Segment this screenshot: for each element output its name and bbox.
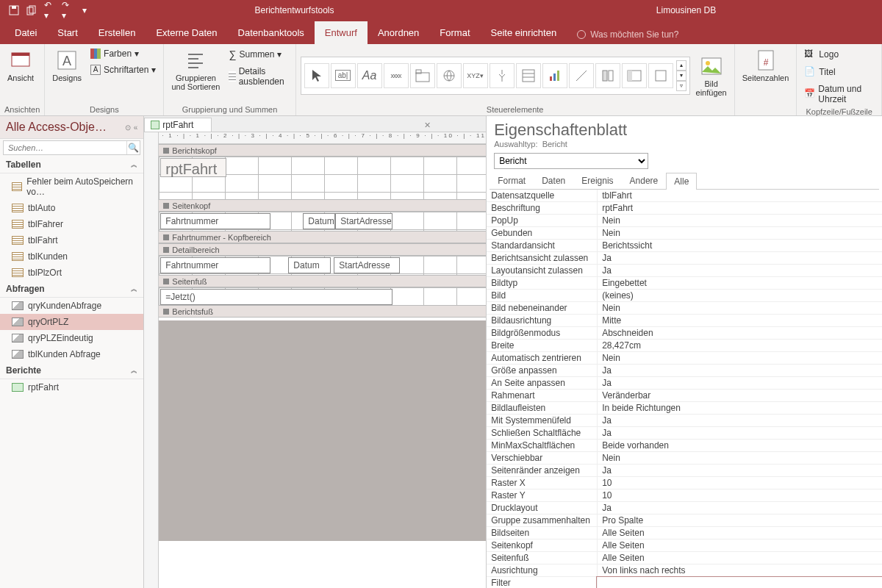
nav-item[interactable]: tblKunden: [0, 248, 143, 265]
property-row[interactable]: Berichtsansicht zulassenJa: [487, 252, 882, 265]
property-value[interactable]: Ja: [597, 465, 882, 476]
property-row[interactable]: Schließen SchaltflächeJa: [487, 427, 882, 440]
property-tab-ereignis[interactable]: Ereignis: [573, 172, 621, 189]
property-row[interactable]: Filter: [487, 577, 882, 588]
ribbon-tab-seite einrichten[interactable]: Seite einrichten: [481, 21, 567, 44]
property-value[interactable]: Ja: [597, 415, 882, 426]
select-tool[interactable]: [304, 63, 329, 88]
property-row[interactable]: BildlaufleistenIn beide Richtungen: [487, 402, 882, 415]
property-row[interactable]: An Seite anpassenJa: [487, 377, 882, 390]
listbox-tool[interactable]: [516, 63, 541, 88]
property-value[interactable]: Nein: [597, 227, 882, 239]
property-value[interactable]: Alle Seiten: [597, 539, 882, 551]
nav-category[interactable]: Abfragen︽: [0, 281, 143, 298]
property-row[interactable]: Layoutansicht zulassenJa: [487, 265, 882, 277]
report-header-body[interactable]: rptFahrt: [159, 157, 486, 199]
property-row[interactable]: RahmenartVeränderbar: [487, 390, 882, 402]
detail-body[interactable]: Fahrtnummer Datum StartAdresse: [159, 256, 486, 275]
toggle-tool[interactable]: [595, 63, 620, 88]
dropdown-icon[interactable]: ⊙: [125, 123, 131, 132]
property-value[interactable]: Eingebettet: [597, 277, 882, 289]
line-tool[interactable]: [569, 63, 594, 88]
section-detail[interactable]: Detailbereich: [159, 243, 486, 256]
property-row[interactable]: Breite28,427cm: [487, 340, 882, 352]
document-tab[interactable]: rptFahrt ✕: [144, 118, 212, 132]
property-value[interactable]: In beide Richtungen: [597, 402, 882, 414]
section-group-header[interactable]: Fahrtnummer - Kopfbereich: [159, 231, 486, 243]
property-row[interactable]: VerschiebbarNein: [487, 452, 882, 465]
checkbox-tool[interactable]: [648, 63, 673, 88]
property-row[interactable]: Automatisch zentrierenNein: [487, 352, 882, 365]
title-button[interactable]: 📄Titel: [801, 65, 877, 79]
property-value[interactable]: Veränderbar: [597, 390, 882, 401]
rectangle-tool[interactable]: [622, 63, 647, 88]
label-startadresse[interactable]: StartAdresse: [335, 213, 392, 229]
report-title-control[interactable]: rptFahrt: [160, 158, 226, 177]
property-value[interactable]: Ja: [597, 365, 882, 376]
property-value[interactable]: Alle Seiten: [597, 527, 882, 539]
report-footer-body[interactable]: [159, 318, 486, 320]
section-page-footer[interactable]: Seitenfuß: [159, 275, 486, 287]
search-input[interactable]: [4, 141, 126, 154]
property-tab-alle[interactable]: Alle: [666, 173, 697, 190]
redo-icon[interactable]: ↷ ▾: [62, 5, 72, 15]
tab-control-tool[interactable]: [410, 63, 435, 88]
ribbon-tab-anordnen[interactable]: Anordnen: [368, 21, 429, 44]
search-icon[interactable]: 🔍: [126, 141, 140, 154]
nav-item[interactable]: Fehler beim AutoSpeichern vo…: [0, 173, 143, 200]
property-tab-format[interactable]: Format: [490, 172, 534, 189]
gallery-scroll[interactable]: ▴▾▿: [676, 60, 686, 91]
property-value[interactable]: Nein: [597, 215, 882, 226]
property-value[interactable]: Von links nach rechts: [597, 564, 882, 576]
property-value[interactable]: 10: [597, 490, 882, 501]
label-fahrtnummer[interactable]: Fahrtnummer: [160, 213, 270, 229]
property-row[interactable]: StandardansichtBerichtssicht: [487, 240, 882, 252]
field-fahrtnummer[interactable]: Fahrtnummer: [160, 257, 270, 273]
nav-item[interactable]: tblAuto: [0, 200, 143, 216]
property-row[interactable]: AusrichtungVon links nach rechts: [487, 564, 882, 577]
property-value[interactable]: Ja: [597, 265, 882, 276]
totals-button[interactable]: ∑ Summen ▾: [226, 47, 290, 62]
section-report-header[interactable]: Berichtskopf: [159, 144, 486, 157]
property-value[interactable]: Beide vorhanden: [597, 440, 882, 451]
insert-image-button[interactable]: Bild einfügen: [693, 53, 730, 98]
property-row[interactable]: Seitenränder anzeigenJa: [487, 465, 882, 477]
page-footer-body[interactable]: =Jetzt(): [159, 287, 486, 305]
date-time-button[interactable]: 📅Datum und Uhrzeit: [801, 82, 877, 106]
button-tool[interactable]: xxxx: [384, 63, 409, 88]
combobox-tool[interactable]: XYZ▾: [463, 63, 488, 88]
property-row[interactable]: MinMaxSchaltflächenBeide vorhanden: [487, 440, 882, 452]
group-sort-button[interactable]: Gruppieren und Sortieren: [168, 47, 223, 93]
nav-category[interactable]: Berichte︽: [0, 362, 143, 379]
property-value[interactable]: Nein: [597, 452, 882, 464]
textbox-tool[interactable]: ab|: [331, 63, 356, 88]
property-row[interactable]: BildausrichtungMitte: [487, 315, 882, 327]
fonts-button[interactable]: A Schriftarten ▾: [87, 63, 159, 76]
property-value[interactable]: Nein: [597, 302, 882, 314]
property-value[interactable]: tblFahrt: [597, 190, 882, 201]
undo-icon[interactable]: ↶ ▾: [44, 5, 54, 15]
nav-item[interactable]: qryOrtPLZ: [0, 314, 143, 330]
property-value[interactable]: Pro Spalte: [597, 514, 882, 526]
save-icon[interactable]: [9, 5, 19, 15]
section-report-footer[interactable]: Berichtsfuß: [159, 305, 486, 318]
property-tab-andere[interactable]: Andere: [622, 172, 667, 189]
property-tab-daten[interactable]: Daten: [534, 172, 573, 189]
property-value[interactable]: (keines): [597, 290, 882, 301]
ribbon-tab-format[interactable]: Format: [429, 21, 480, 44]
property-row[interactable]: Raster Y10: [487, 490, 882, 502]
ribbon-tab-start[interactable]: Start: [47, 21, 87, 44]
hyperlink-tool[interactable]: [437, 63, 462, 88]
property-value[interactable]: 10: [597, 477, 882, 489]
field-startadresse[interactable]: StartAdresse: [334, 257, 400, 273]
tell-me[interactable]: Was möchten Sie tun?: [567, 29, 689, 44]
nav-category[interactable]: Tabellen︽: [0, 157, 143, 173]
section-page-header[interactable]: Seitenkopf: [159, 199, 486, 212]
property-row[interactable]: GebundenNein: [487, 227, 882, 240]
property-row[interactable]: DatensatzquelletblFahrt: [487, 190, 882, 202]
property-value[interactable]: Ja: [597, 377, 882, 389]
page-header-body[interactable]: Fahrtnummer Datum StartAdresse: [159, 212, 486, 231]
property-row[interactable]: Gruppe zusammenhaltenPro Spalte: [487, 514, 882, 527]
nav-item[interactable]: qryKundenAbfrage: [0, 298, 143, 314]
property-row[interactable]: DrucklayoutJa: [487, 502, 882, 514]
